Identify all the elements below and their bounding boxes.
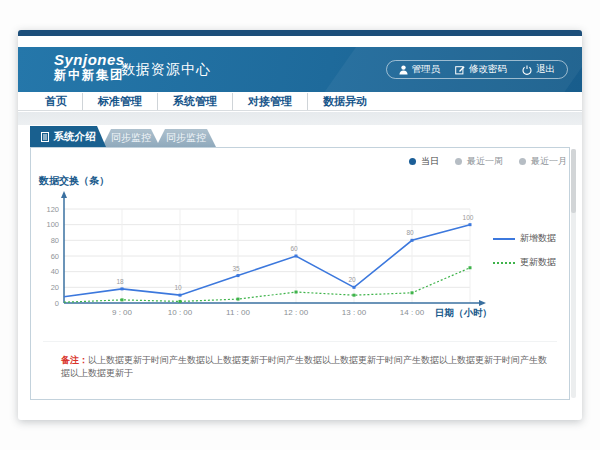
change-password-button[interactable]: 修改密码 [455, 63, 507, 76]
svg-text:80: 80 [406, 229, 414, 236]
svg-text:60: 60 [51, 252, 59, 261]
tab-1[interactable]: 同步监控 [102, 129, 160, 147]
logo-text-cn: 新中新集团 [54, 68, 125, 82]
period-option-label: 最近一周 [467, 155, 503, 168]
logout-label: 退出 [536, 63, 555, 76]
panel-scrollbar[interactable] [571, 149, 576, 398]
nav-item-4[interactable]: 数据异动 [307, 93, 382, 110]
footnote-text: 以上数据更新于时间产生数据以上数据更新于时间产生数据以上数据更新于时间产生数据以… [61, 355, 547, 378]
logout-button[interactable]: 退出 [522, 63, 555, 76]
current-user-label: 管理员 [412, 63, 441, 76]
tab-2[interactable]: 同步监控 [156, 129, 216, 147]
period-option-1[interactable]: 最近一周 [455, 155, 503, 168]
svg-text:80: 80 [51, 236, 59, 245]
user-icon [399, 65, 408, 75]
document-icon [41, 132, 49, 142]
nav-item-2[interactable]: 系统管理 [157, 93, 232, 110]
svg-text:120: 120 [46, 205, 59, 214]
svg-text:11 : 00: 11 : 00 [226, 308, 250, 317]
nav-item-3[interactable]: 对接管理 [232, 93, 307, 110]
legend-label: 新增数据 [520, 232, 556, 245]
svg-text:14 : 00: 14 : 00 [400, 308, 425, 317]
app-header: Synjones 新中新集团 数据资源中心 管理员 修改密码 [18, 47, 582, 92]
svg-text:20: 20 [348, 276, 356, 283]
nav-menu: 首页标准管理系统管理对接管理数据异动 [18, 92, 582, 111]
tab-0[interactable]: 系统介绍 [30, 126, 106, 147]
nav-item-1[interactable]: 标准管理 [82, 93, 157, 110]
page: Synjones 新中新集团 数据资源中心 管理员 修改密码 [0, 0, 600, 450]
change-password-label: 修改密码 [469, 63, 507, 76]
legend-line-sample [493, 262, 515, 264]
footnote-label: 备注： [61, 355, 88, 365]
radio-dot-icon [409, 158, 416, 165]
radio-dot-icon [519, 158, 526, 165]
svg-text:100: 100 [46, 220, 59, 229]
svg-text:9 : 00: 9 : 00 [112, 308, 133, 317]
app-window: Synjones 新中新集团 数据资源中心 管理员 修改密码 [18, 30, 582, 420]
svg-text:13 : 00: 13 : 00 [342, 308, 367, 317]
line-chart: 0204060801001209 : 0010 : 0011 : 0012 : … [36, 186, 496, 331]
footnote: 备注：以上数据更新于时间产生数据以上数据更新于时间产生数据以上数据更新于时间产生… [61, 354, 551, 379]
svg-text:60: 60 [290, 245, 298, 252]
svg-text:日期（小时）: 日期（小时） [435, 307, 492, 319]
note-divider [43, 341, 557, 342]
svg-text:18: 18 [116, 278, 124, 285]
edit-icon [455, 65, 465, 75]
chart-legend: 新增数据更新数据 [493, 232, 556, 269]
tab-label: 同步监控 [166, 131, 206, 145]
header-content-divider [18, 112, 582, 125]
svg-text:100: 100 [463, 214, 474, 221]
tab-label: 系统介绍 [54, 130, 96, 144]
period-option-label: 当日 [421, 155, 439, 168]
content-panel: 当日最近一周最近一月 数据交换（条） 0204060801001209 : 00… [30, 147, 570, 400]
legend-label: 更新数据 [520, 256, 556, 269]
logo-text-en: Synjones [54, 51, 125, 68]
period-option-2[interactable]: 最近一月 [519, 155, 567, 168]
period-option-0[interactable]: 当日 [409, 155, 439, 168]
svg-text:0: 0 [55, 299, 59, 308]
svg-text:10 : 00: 10 : 00 [168, 308, 193, 317]
svg-text:35: 35 [232, 265, 240, 272]
top-accent-bar [18, 30, 582, 36]
radio-dot-icon [455, 158, 462, 165]
svg-text:40: 40 [51, 267, 59, 276]
svg-text:10: 10 [174, 284, 182, 291]
period-filter: 当日最近一周最近一月 [409, 155, 567, 168]
power-icon [522, 65, 532, 75]
user-toolbar: 管理员 修改密码 退出 [386, 60, 569, 79]
current-user-button[interactable]: 管理员 [399, 63, 441, 76]
scrollbar-thumb[interactable] [571, 149, 576, 213]
period-option-label: 最近一月 [531, 155, 567, 168]
legend-line-sample [493, 238, 515, 240]
nav-item-0[interactable]: 首页 [30, 93, 82, 110]
page-title: 数据资源中心 [121, 61, 211, 79]
legend-item-1[interactable]: 更新数据 [493, 256, 556, 269]
legend-item-0[interactable]: 新增数据 [493, 232, 556, 245]
svg-text:20: 20 [51, 283, 59, 292]
svg-text:12 : 00: 12 : 00 [284, 308, 309, 317]
tab-label: 同步监控 [111, 131, 151, 145]
company-logo: Synjones 新中新集团 [54, 51, 125, 83]
